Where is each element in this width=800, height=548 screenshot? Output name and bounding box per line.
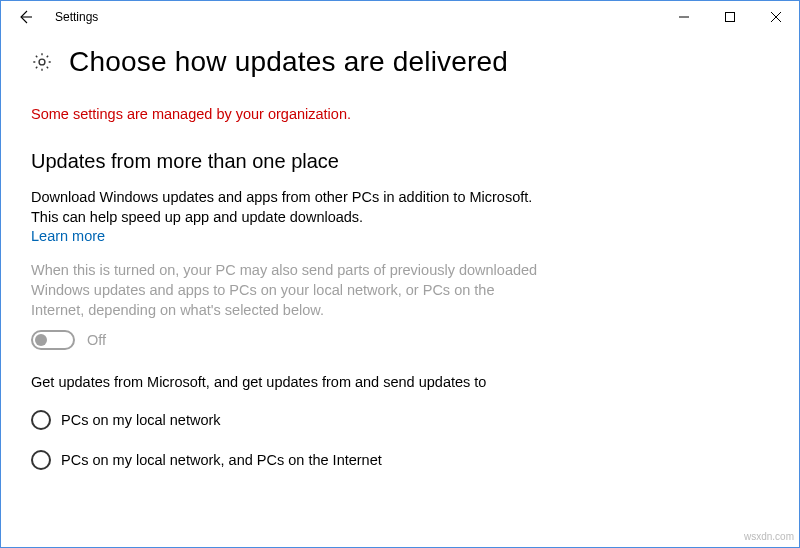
minimize-button[interactable] [661,1,707,32]
radio-option-internet[interactable]: PCs on my local network, and PCs on the … [31,450,769,470]
toggle-state-label: Off [87,332,106,348]
page-title: Choose how updates are delivered [69,46,508,78]
toggle-description: When this is turned on, your PC may also… [31,260,551,320]
back-button[interactable] [1,1,49,32]
section-title: Updates from more than one place [31,150,769,173]
page-header: Choose how updates are delivered [31,46,769,78]
feature-description: Download Windows updates and apps from o… [31,187,551,227]
minimize-icon [679,12,689,22]
maximize-icon [725,12,735,22]
radio-label-internet: PCs on my local network, and PCs on the … [61,452,382,468]
window-title: Settings [49,1,661,32]
titlebar: Settings [1,1,799,32]
maximize-button[interactable] [707,1,753,32]
toggle-knob-icon [35,334,47,346]
back-arrow-icon [17,9,33,25]
close-icon [771,12,781,22]
svg-point-5 [39,59,45,65]
radio-option-local[interactable]: PCs on my local network [31,410,769,430]
org-policy-warning: Some settings are managed by your organi… [31,106,769,122]
learn-more-link[interactable]: Learn more [31,228,105,244]
radio-icon [31,410,51,430]
delivery-toggle[interactable] [31,330,75,350]
radio-icon [31,450,51,470]
gear-icon [31,51,53,73]
radio-group-intro: Get updates from Microsoft, and get upda… [31,372,551,392]
radio-label-local: PCs on my local network [61,412,221,428]
svg-rect-2 [726,12,735,21]
delivery-toggle-row: Off [31,330,769,350]
attribution-watermark: wsxdn.com [744,531,794,542]
close-button[interactable] [753,1,799,32]
content-area: Choose how updates are delivered Some se… [1,32,799,470]
